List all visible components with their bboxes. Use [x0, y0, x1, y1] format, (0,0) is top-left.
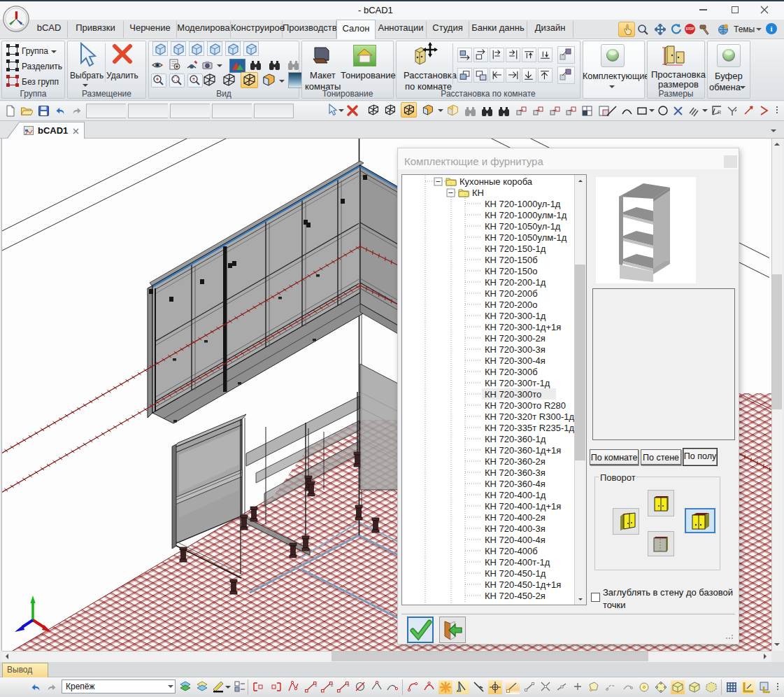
svg-text:3: 3 — [347, 683, 350, 687]
svg-text:1: 1 — [315, 683, 318, 687]
svg-text:R: R — [718, 110, 721, 115]
svg-text:2: 2 — [331, 683, 334, 687]
